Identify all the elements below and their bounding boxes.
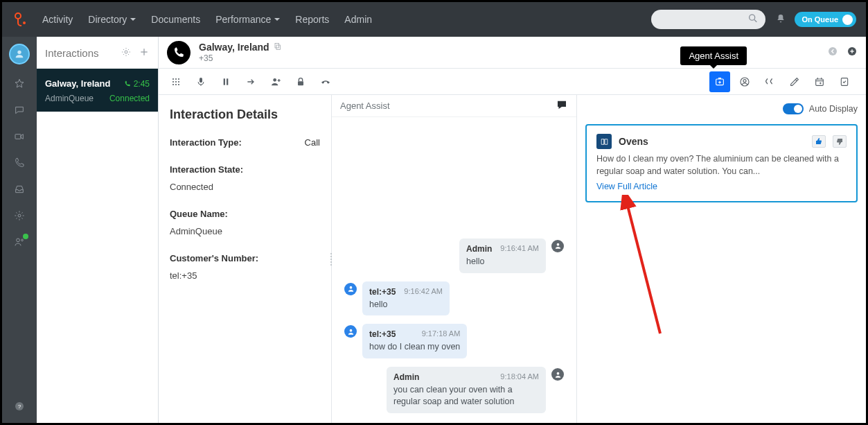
svg-rect-30	[224, 78, 225, 85]
nav-admin[interactable]: Admin	[344, 14, 372, 25]
side-rail: ?	[2, 37, 37, 423]
auto-display-label: Auto Display	[809, 104, 858, 114]
chevron-down-icon	[274, 18, 280, 21]
svg-point-4	[17, 51, 21, 54]
gear-icon[interactable]	[121, 46, 132, 60]
header-back-icon[interactable]	[827, 46, 838, 59]
message-text: hello	[369, 299, 443, 311]
interaction-queue: AdminQueue	[45, 94, 94, 103]
svg-point-27	[175, 83, 177, 85]
chat-bubble-icon[interactable]	[556, 98, 568, 113]
transfer-button[interactable]	[240, 71, 261, 92]
rail-help-icon[interactable]: ?	[12, 399, 27, 413]
svg-point-7	[17, 238, 20, 242]
article-excerpt: How do I clean my oven? The aluminium ca…	[596, 153, 847, 177]
plus-icon[interactable]	[139, 46, 150, 60]
svg-point-25	[178, 80, 179, 82]
nav-documents[interactable]: Documents	[151, 14, 200, 25]
search-input[interactable]	[651, 10, 765, 29]
hold-button[interactable]	[215, 71, 236, 92]
svg-point-32	[273, 78, 276, 82]
top-nav: Activity Directory Documents Performance…	[2, 2, 866, 37]
svg-rect-15	[275, 44, 279, 49]
message-row: Admin9:18:04 AM you can clean your oven …	[344, 367, 564, 413]
chevron-down-icon	[130, 18, 136, 21]
resize-handle[interactable]	[329, 249, 333, 270]
agent-assist-panel-title: Agent Assist	[340, 101, 390, 111]
thumbs-down-button[interactable]	[833, 135, 847, 148]
queue-name-label: Queue Name:	[170, 209, 320, 219]
svg-point-1	[23, 21, 26, 24]
wrapup-button[interactable]	[834, 71, 855, 92]
nav-directory[interactable]: Directory	[88, 14, 136, 25]
interaction-details-panel: Interaction Details Interaction Type: Ca…	[159, 95, 332, 423]
svg-point-40	[743, 79, 746, 82]
call-location: Galway, Ireland	[199, 42, 269, 53]
script-button[interactable]	[759, 71, 780, 92]
rail-phone-icon[interactable]	[12, 156, 27, 170]
schedule-button[interactable]	[809, 71, 830, 92]
svg-point-51	[556, 372, 559, 375]
interactions-sidebar: Interactions Galway, Ireland 2:45 AdminQ…	[37, 37, 159, 423]
svg-rect-5	[15, 135, 21, 139]
thumbs-up-button[interactable]	[812, 135, 826, 148]
mute-button[interactable]	[191, 71, 211, 92]
profile-avatar[interactable]	[9, 44, 30, 64]
rail-settings-icon[interactable]	[12, 209, 27, 223]
admin-avatar-icon	[551, 368, 564, 381]
customer-number-label: Customer's Number:	[170, 253, 320, 263]
nav-activity[interactable]: Activity	[42, 14, 73, 25]
hangup-button[interactable]	[315, 71, 336, 92]
customer-number-value: tel:+35	[170, 270, 320, 281]
details-heading: Interaction Details	[170, 107, 320, 122]
nav-reports[interactable]: Reports	[295, 14, 329, 25]
svg-rect-35	[298, 81, 303, 85]
svg-point-22	[178, 78, 179, 79]
svg-rect-31	[227, 78, 228, 85]
view-full-article-link[interactable]: View Full Article	[596, 182, 847, 191]
on-queue-toggle[interactable]: On Queue	[795, 12, 856, 27]
interaction-state: Connected	[109, 94, 150, 103]
agent-assist-button[interactable]	[709, 71, 730, 92]
svg-point-21	[175, 78, 177, 79]
interaction-state-value: Connected	[170, 182, 320, 192]
secure-pause-button[interactable]	[290, 71, 311, 92]
interactions-title: Interactions	[45, 47, 114, 59]
interaction-state-label: Interaction State:	[170, 164, 320, 175]
message-sender: tel:+35	[369, 329, 396, 339]
dialpad-button[interactable]	[166, 71, 186, 92]
copy-icon[interactable]	[274, 42, 282, 52]
notes-button[interactable]	[784, 71, 805, 92]
app-logo-icon	[12, 11, 28, 28]
message-row: Admin9:16:41 AM hello	[344, 238, 564, 273]
svg-point-28	[178, 83, 179, 85]
message-time: 9:16:42 AM	[404, 287, 443, 297]
call-toolbar	[159, 69, 866, 95]
main-panel: Galway, Ireland +35 Agent Assist	[159, 37, 866, 423]
rail-favorites-icon[interactable]	[12, 77, 27, 91]
svg-point-50	[349, 329, 352, 332]
nav-performance[interactable]: Performance	[215, 14, 280, 25]
add-participant-button[interactable]	[265, 71, 286, 92]
admin-avatar-icon	[551, 240, 564, 252]
interaction-type-value: Call	[305, 137, 320, 148]
svg-text:?: ?	[18, 404, 21, 410]
header-add-icon[interactable]	[847, 46, 858, 59]
rail-video-icon[interactable]	[12, 130, 27, 144]
notifications-icon[interactable]	[775, 13, 786, 26]
svg-point-6	[18, 214, 21, 217]
interaction-card[interactable]: Galway, Ireland 2:45 AdminQueue Connecte…	[37, 69, 158, 112]
message-time: 9:16:41 AM	[500, 244, 539, 254]
profile-button[interactable]	[734, 71, 755, 92]
message-text: hello	[466, 256, 539, 268]
rail-inbox-icon[interactable]	[12, 182, 27, 196]
message-text: you can clean your oven with a regular s…	[393, 384, 539, 408]
interaction-duration: 2:45	[124, 79, 150, 89]
knowledge-card: Ovens How do I clean my oven? The alumin…	[585, 124, 858, 202]
auto-display-toggle[interactable]	[783, 103, 804, 114]
message-row: tel:+359:17:18 AM how do I clean my oven	[344, 324, 564, 358]
call-number: +35	[199, 53, 282, 63]
rail-agent-icon[interactable]	[12, 235, 27, 249]
rail-chat-icon[interactable]	[12, 103, 27, 117]
svg-rect-29	[200, 78, 202, 83]
